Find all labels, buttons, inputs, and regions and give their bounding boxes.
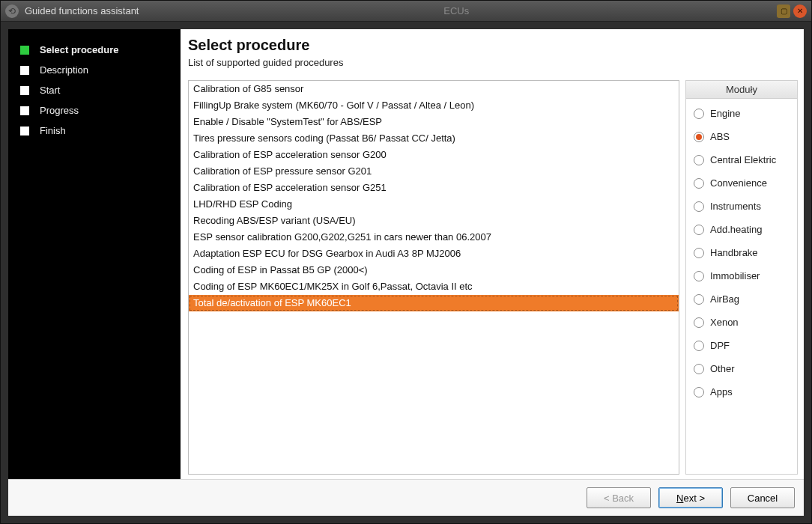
module-radio[interactable]: Apps xyxy=(689,380,794,403)
step-label: Progress xyxy=(40,105,79,116)
procedure-item[interactable]: Recoding ABS/ESP variant (USA/EU) xyxy=(189,213,679,229)
radio-icon xyxy=(694,155,704,165)
module-radio-label: ABS xyxy=(710,131,730,142)
radio-icon xyxy=(694,201,704,212)
step-label: Select procedure xyxy=(40,44,119,55)
step-status-icon xyxy=(20,66,29,75)
client-area: Select procedure Description Start Progr… xyxy=(8,29,804,516)
radio-icon xyxy=(694,178,704,189)
main-panel: Select procedure List of supported guide… xyxy=(181,29,804,479)
module-radio[interactable]: Other xyxy=(689,357,794,380)
procedure-item[interactable]: Adaptation ESP ECU for DSG Gearbox in Au… xyxy=(189,246,679,262)
module-radio[interactable]: Handbrake xyxy=(689,241,794,264)
client-inner: Select procedure Description Start Progr… xyxy=(8,29,804,479)
procedure-item[interactable]: ESP sensor calibration G200,G202,G251 in… xyxy=(189,229,679,246)
module-radio-label: Xenon xyxy=(710,317,739,328)
titlebar: ⟲ Guided functions assistant ECUs ▢ ✕ xyxy=(1,1,811,22)
module-radio[interactable]: Add.heating xyxy=(689,218,794,241)
module-radio-label: Other xyxy=(710,363,735,374)
radio-icon xyxy=(694,387,704,397)
step-finish[interactable]: Finish xyxy=(20,121,173,141)
module-radio-label: Engine xyxy=(710,108,740,119)
window-title: Guided functions assistant xyxy=(25,5,139,16)
module-radio[interactable]: AirBag xyxy=(689,287,794,311)
modules-header: Moduły xyxy=(686,81,797,99)
radio-icon xyxy=(694,271,704,281)
radio-icon xyxy=(694,294,704,305)
module-radio[interactable]: DPF xyxy=(689,334,794,357)
app-window: ⟲ Guided functions assistant ECUs ▢ ✕ Se… xyxy=(0,0,812,524)
module-radio-label: DPF xyxy=(710,340,730,351)
next-button[interactable]: Next > xyxy=(658,487,723,508)
module-radio-label: Handbrake xyxy=(710,247,758,258)
maximize-icon[interactable]: ▢ xyxy=(777,4,790,18)
procedure-item[interactable]: Total de/activation of ESP MK60EC1 xyxy=(189,295,679,311)
step-label: Description xyxy=(40,64,88,76)
back-button[interactable]: < Back xyxy=(587,487,651,508)
module-radio[interactable]: Instruments xyxy=(689,195,794,218)
step-label: Start xyxy=(40,85,60,96)
module-radio[interactable]: Xenon xyxy=(689,311,794,334)
radio-icon xyxy=(694,248,704,258)
radio-icon xyxy=(694,341,704,351)
module-radio-label: AirBag xyxy=(710,293,739,305)
procedure-item[interactable]: LHD/RHD ESP Coding xyxy=(189,196,679,213)
module-radio-label: Central Elektric xyxy=(710,154,776,165)
step-status-icon xyxy=(20,46,29,55)
procedure-item[interactable]: Coding of ESP in Passat B5 GP (2000<) xyxy=(189,262,679,278)
step-status-icon xyxy=(20,127,29,135)
module-radio[interactable]: ABS xyxy=(689,125,794,148)
procedure-item[interactable]: Coding of ESP MK60EC1/MK25X in Golf 6,Pa… xyxy=(189,278,679,295)
radio-icon xyxy=(694,225,704,235)
wizard-sidebar: Select procedure Description Start Progr… xyxy=(8,29,181,479)
content-row: Calibration of G85 sensorFillingUp Brake… xyxy=(188,80,798,475)
step-status-icon xyxy=(20,106,29,115)
module-radio-label: Immobiliser xyxy=(710,270,760,281)
titlebar-center-label: ECUs xyxy=(443,5,469,16)
page-subtitle: List of supported guided procedures xyxy=(188,57,798,68)
module-radio-label: Convenience xyxy=(710,177,767,189)
procedure-item[interactable]: FillingUp Brake system (MK60/70 - Golf V… xyxy=(189,97,679,114)
close-icon[interactable]: ✕ xyxy=(793,4,807,18)
procedure-item[interactable]: Calibration of ESP pressure sensor G201 xyxy=(189,163,679,180)
procedure-item[interactable]: Calibration of G85 sensor xyxy=(189,81,679,97)
step-select-procedure[interactable]: Select procedure xyxy=(20,40,173,60)
radio-icon xyxy=(694,132,704,142)
step-description[interactable]: Description xyxy=(20,60,173,80)
modules-panel: Moduły EngineABSCentral ElektricConvenie… xyxy=(685,80,798,475)
page-title: Select procedure xyxy=(188,37,798,54)
module-radio-label: Instruments xyxy=(710,201,761,212)
module-radio[interactable]: Engine xyxy=(689,102,794,125)
step-start[interactable]: Start xyxy=(20,80,173,100)
procedure-item[interactable]: Calibration of ESP acceleration sensor G… xyxy=(189,180,679,196)
radio-icon xyxy=(694,317,704,328)
radio-icon xyxy=(694,109,704,119)
module-radio[interactable]: Central Elektric xyxy=(689,148,794,171)
modules-options: EngineABSCentral ElektricConvenienceInst… xyxy=(686,99,797,406)
procedure-item[interactable]: Calibration of ESP acceleration sensor G… xyxy=(189,147,679,163)
procedure-item[interactable]: Tires pressure sensors coding (Passat B6… xyxy=(189,130,679,147)
module-radio-label: Apps xyxy=(710,386,733,397)
module-radio-label: Add.heating xyxy=(710,224,762,235)
procedure-list[interactable]: Calibration of G85 sensorFillingUp Brake… xyxy=(188,80,679,475)
step-status-icon xyxy=(20,86,29,95)
cancel-button[interactable]: Cancel xyxy=(730,487,795,508)
radio-icon xyxy=(694,364,704,374)
module-radio[interactable]: Immobiliser xyxy=(689,264,794,287)
module-radio[interactable]: Convenience xyxy=(689,171,794,195)
step-progress[interactable]: Progress xyxy=(20,100,173,121)
procedure-item[interactable]: Enable / Disable "SystemTest" for ABS/ES… xyxy=(189,114,679,130)
wizard-footer: < Back Next > Cancel xyxy=(8,479,804,516)
step-label: Finish xyxy=(40,125,66,136)
app-icon: ⟲ xyxy=(5,4,19,18)
